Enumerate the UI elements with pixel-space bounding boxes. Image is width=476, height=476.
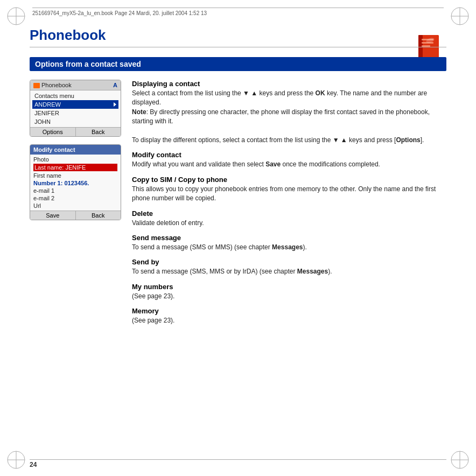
arrow-right-icon <box>114 102 116 107</box>
topic-displaying: Displaying a contact Select a contact fr… <box>132 80 446 145</box>
topic-copy-title: Copy to SIM / Copy to phone <box>132 176 446 184</box>
topic-send-by-text: To send a message (SMS, MMS or by IrDA) … <box>132 267 446 276</box>
contact-jenifer[interactable]: JENIFER <box>32 109 118 117</box>
topic-my-numbers-text: (See page 23). <box>132 292 446 301</box>
screen2-firstname: First name <box>33 172 117 179</box>
screen1-footer: Options Back <box>30 127 121 136</box>
screen1-folder-icon: Phonebook <box>33 82 72 88</box>
screen2-header: Modify contact <box>30 145 121 155</box>
topic-memory-title: Memory <box>132 307 446 315</box>
page-content: Phonebook Options from a contact saved P… <box>30 27 446 449</box>
screen1: Phonebook A Contacts menu ANDREW JENIFER… <box>30 80 121 137</box>
screen2-back-btn[interactable]: Back <box>76 211 121 220</box>
screen1-title: Phonebook <box>41 82 72 88</box>
corner-decoration-br <box>449 449 471 471</box>
topic-delete: Delete Validate deletion of entry. <box>132 209 446 228</box>
topic-delete-title: Delete <box>132 209 446 218</box>
screen2-number: Number 1: 0123456. <box>33 179 117 187</box>
main-layout: Phonebook A Contacts menu ANDREW JENIFER… <box>30 80 446 331</box>
screen2-lastname[interactable]: Last name: JENIFE <box>33 164 117 171</box>
bottom-rule <box>30 459 446 460</box>
topic-memory-text: (See page 23). <box>132 316 446 325</box>
file-info: 251669764_myX5-2a_lu_en.book Page 24 Mar… <box>32 10 207 16</box>
screen2: Modify contact Photo Last name: JENIFE F… <box>30 144 121 220</box>
screen2-body: Photo Last name: JENIFE First name Numbe… <box>30 155 121 211</box>
page-number: 24 <box>30 461 37 468</box>
screen1-body: Contacts menu ANDREW JENIFER JOHN <box>30 90 121 127</box>
screen1-letter: A <box>113 82 117 88</box>
screen1-back-btn[interactable]: Back <box>76 128 121 136</box>
screen2-save-btn[interactable]: Save <box>30 211 76 220</box>
screen2-url: Url <box>33 202 117 209</box>
topic-send-message: Send message To send a message (SMS or M… <box>132 234 446 252</box>
corner-decoration-tr <box>449 5 471 27</box>
topic-my-numbers-title: My numbers <box>132 283 446 291</box>
corner-decoration-bl <box>5 449 27 471</box>
topic-copy: Copy to SIM / Copy to phone This allows … <box>132 176 446 204</box>
topic-modify-title: Modify contact <box>132 151 446 159</box>
screen2-email1: e-mail 1 <box>33 187 117 194</box>
topic-displaying-text: Select a contact from the list using the… <box>132 89 446 145</box>
topic-copy-text: This allows you to copy your phonebook e… <box>132 185 446 204</box>
screen2-footer: Save Back <box>30 211 121 220</box>
phone-screens-col: Phonebook A Contacts menu ANDREW JENIFER… <box>30 80 121 331</box>
topic-delete-text: Validate deletion of entry. <box>132 219 446 228</box>
contact-andrew[interactable]: ANDREW <box>32 100 118 109</box>
topic-displaying-title: Displaying a contact <box>132 80 446 88</box>
topic-my-numbers: My numbers (See page 23). <box>132 283 446 301</box>
page-title: Phonebook <box>30 27 446 44</box>
topic-send-by: Send by To send a message (SMS, MMS or b… <box>132 258 446 276</box>
topics-col: Displaying a contact Select a contact fr… <box>132 80 446 331</box>
topic-send-message-text: To send a message (SMS or MMS) (see chap… <box>132 243 446 252</box>
section-header: Options from a contact saved <box>30 57 446 71</box>
meta-bar: 251669764_myX5-2a_lu_en.book Page 24 Mar… <box>32 8 444 16</box>
topic-send-message-title: Send message <box>132 234 446 242</box>
topic-modify: Modify contact Modify what you want and … <box>132 151 446 169</box>
corner-decoration-tl <box>5 5 27 27</box>
topic-send-by-title: Send by <box>132 258 446 266</box>
screen1-header: Phonebook A <box>30 80 121 90</box>
screen1-options-btn[interactable]: Options <box>30 128 76 136</box>
contacts-menu-label: Contacts menu <box>32 92 118 100</box>
topic-memory: Memory (See page 23). <box>132 307 446 325</box>
contact-john[interactable]: JOHN <box>32 117 118 126</box>
title-rule <box>30 47 446 47</box>
screen2-photo: Photo <box>33 156 117 163</box>
screen2-email2: e-mail 2 <box>33 194 117 202</box>
topic-modify-text: Modify what you want and validate then s… <box>132 160 446 169</box>
